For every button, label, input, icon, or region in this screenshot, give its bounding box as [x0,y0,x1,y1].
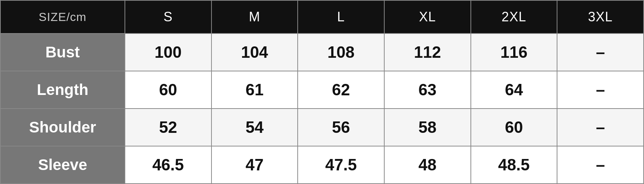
data-row: Shoulder5254565860– [0,109,644,146]
cell-sleeve-col0: 46.5 [125,146,211,184]
cell-length-col1: 61 [211,71,298,109]
cell-shoulder-col4: 60 [471,109,557,146]
header-2xl: 2XL [471,0,557,33]
cell-shoulder-col3: 58 [384,109,471,146]
cell-shoulder-col1: 54 [211,109,298,146]
size-unit-header: SIZE/cm [0,0,125,33]
row-label-length: Length [0,71,125,109]
row-label-sleeve: Sleeve [0,146,125,184]
row-label-bust: Bust [0,33,125,71]
cell-length-col0: 60 [125,71,211,109]
cell-length-col2: 62 [298,71,384,109]
cell-bust-col0: 100 [125,33,211,71]
cell-bust-col2: 108 [298,33,384,71]
data-row: Sleeve46.54747.54848.5– [0,146,644,184]
header-row: SIZE/cm S M L XL 2XL 3XL [0,0,644,33]
data-row: Bust100104108112116– [0,33,644,71]
cell-length-col3: 63 [384,71,471,109]
cell-bust-col1: 104 [211,33,298,71]
cell-shoulder-col0: 52 [125,109,211,146]
row-label-shoulder: Shoulder [0,109,125,146]
cell-length-col5: – [557,71,644,109]
cell-sleeve-col5: – [557,146,644,184]
cell-length-col4: 64 [471,71,557,109]
header-m: M [211,0,298,33]
header-s: S [125,0,211,33]
cell-sleeve-col2: 47.5 [298,146,384,184]
cell-bust-col5: – [557,33,644,71]
cell-sleeve-col4: 48.5 [471,146,557,184]
header-l: L [298,0,384,33]
size-chart-table: SIZE/cm S M L XL 2XL 3XL Bust10010410811… [0,0,644,184]
cell-bust-col3: 112 [384,33,471,71]
cell-shoulder-col5: – [557,109,644,146]
cell-bust-col4: 116 [471,33,557,71]
cell-sleeve-col3: 48 [384,146,471,184]
header-xl: XL [384,0,471,33]
data-row: Length6061626364– [0,71,644,109]
cell-sleeve-col1: 47 [211,146,298,184]
cell-shoulder-col2: 56 [298,109,384,146]
header-3xl: 3XL [557,0,644,33]
